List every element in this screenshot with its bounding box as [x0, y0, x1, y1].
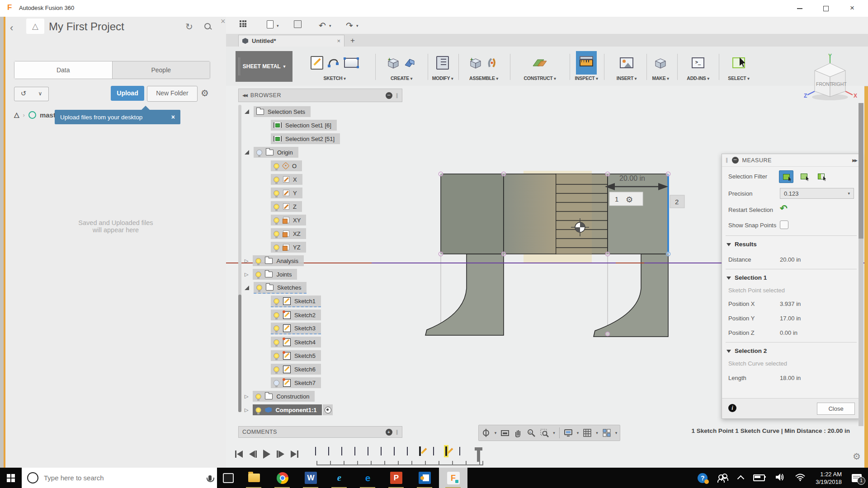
taskbar-app-powerpoint[interactable]: P — [382, 468, 410, 488]
orbit-icon[interactable] — [481, 428, 491, 437]
visibility-bulb-icon[interactable] — [274, 339, 279, 345]
view-cube[interactable]: Y Z X FRONT RIGHT — [804, 53, 858, 105]
timeline-feature-flange[interactable] — [354, 447, 364, 458]
tree-row[interactable]: Sketch2 — [271, 308, 321, 322]
panel-grip-icon[interactable]: ∥ — [396, 429, 399, 435]
tab-construct[interactable]: CONSTRUCT ▾ — [513, 75, 567, 81]
tab-insert[interactable]: INSERT ▾ — [609, 75, 645, 81]
filter-body-button[interactable] — [779, 170, 793, 183]
document-tab-close-icon[interactable]: × — [337, 38, 340, 44]
task-view-button[interactable] — [217, 468, 240, 488]
file-dropdown-caret[interactable]: ▾ — [277, 23, 279, 28]
taskbar-search[interactable] — [22, 468, 217, 488]
filter-component-button[interactable] — [814, 170, 828, 182]
selection-2-badge[interactable]: 2 — [670, 195, 684, 208]
taskbar-app-edge[interactable]: e — [354, 468, 382, 488]
collapse-dialog-icon[interactable]: – — [732, 157, 739, 164]
timeline-feature-flange[interactable] — [432, 447, 443, 458]
zoom-window-caret[interactable]: ▾ — [553, 431, 555, 435]
visibility-bulb-icon[interactable] — [274, 312, 279, 318]
history-button[interactable]: ↺ — [14, 87, 33, 101]
tree-row[interactable]: YZ — [271, 240, 306, 254]
tree-row[interactable]: ▷Construction — [245, 389, 315, 403]
visibility-bulb-icon[interactable] — [255, 407, 261, 413]
visibility-bulb-icon[interactable] — [274, 204, 279, 210]
create-sketch-icon[interactable] — [311, 56, 323, 70]
taskbar-app-file-explorer[interactable] — [240, 468, 268, 488]
tray-notification-icon[interactable]: 1 — [852, 474, 862, 482]
file-icon[interactable] — [267, 20, 274, 31]
tree-row[interactable]: Sketch7 — [271, 376, 321, 389]
visibility-bulb-icon[interactable] — [274, 298, 279, 304]
visibility-bulb-icon[interactable] — [255, 394, 261, 399]
timeline-feature-sketch-highlighted[interactable] — [445, 447, 456, 458]
minimize-panel-icon[interactable]: – — [386, 92, 392, 99]
visibility-bulb-icon[interactable] — [256, 285, 262, 291]
look-at-icon[interactable] — [500, 428, 509, 437]
modify-form-icon[interactable] — [436, 56, 449, 70]
new-component-icon[interactable]: + — [470, 57, 481, 69]
maximize-button[interactable] — [813, 0, 839, 16]
step-back-button[interactable] — [249, 450, 257, 458]
spline-icon[interactable] — [328, 57, 340, 68]
tree-row[interactable]: X — [271, 173, 302, 186]
tree-row[interactable]: Selection Set2 [51] — [271, 132, 340, 145]
tree-row[interactable]: Sketch5 — [271, 349, 321, 362]
tab-make[interactable]: MAKE ▾ — [646, 75, 675, 81]
zoom-window-icon[interactable] — [540, 428, 549, 437]
visibility-bulb-icon[interactable] — [255, 258, 261, 264]
model-right-leg[interactable] — [594, 254, 668, 337]
display-settings-icon[interactable] — [564, 428, 573, 437]
expand-dialog-icon[interactable]: ▶▶ — [852, 158, 857, 163]
close-button[interactable]: Close — [817, 403, 855, 415]
display-settings-caret[interactable]: ▾ — [577, 431, 579, 435]
visibility-bulb-icon[interactable] — [274, 380, 279, 386]
model-left-block[interactable] — [441, 174, 504, 254]
grid-snap-icon[interactable] — [583, 428, 592, 437]
info-icon[interactable]: i — [728, 404, 736, 412]
visibility-bulb-icon[interactable] — [274, 163, 279, 169]
precision-select[interactable]: 0.123 ▾ — [780, 188, 854, 199]
history-dropdown[interactable]: ∨ — [32, 87, 49, 101]
timeline-feature-sketch[interactable] — [419, 447, 430, 458]
tab-people[interactable]: People — [113, 61, 210, 79]
redo-dropdown-caret[interactable]: ▾ — [356, 23, 359, 28]
browser-scrollbar-thumb[interactable] — [238, 295, 241, 412]
tree-row[interactable]: Selection Sets — [245, 105, 311, 118]
expander-open-icon[interactable] — [245, 150, 249, 155]
tree-row[interactable]: O — [271, 159, 302, 173]
tab-data[interactable]: Data — [14, 61, 113, 79]
restart-selection-icon[interactable]: ↶ — [780, 203, 788, 214]
close-button[interactable]: × — [839, 0, 865, 16]
orbit-caret[interactable]: ▾ — [495, 431, 497, 435]
timeline-feature-flange[interactable] — [327, 447, 338, 458]
workspace-selector[interactable]: SHEET METAL ▾ — [236, 51, 292, 82]
new-document-tab-button[interactable]: + — [350, 36, 355, 45]
search-icon[interactable] — [204, 23, 211, 29]
tree-row[interactable]: ▷Joints — [245, 267, 297, 281]
tray-wifi-icon[interactable] — [795, 473, 806, 483]
panel-grip-icon[interactable]: ∥ — [396, 93, 399, 99]
timeline-feature-flange[interactable] — [406, 447, 417, 458]
tree-row[interactable]: XZ — [271, 227, 306, 240]
tree-row[interactable]: ▷Component1:1 — [245, 403, 333, 417]
tab-assemble[interactable]: ASSEMBLE ▾ — [461, 75, 506, 81]
redo-icon[interactable]: ↷ — [346, 20, 353, 31]
taskbar-app-word[interactable]: W — [297, 468, 325, 488]
timeline-track[interactable] — [314, 447, 495, 466]
timeline-feature-flange[interactable] — [340, 447, 351, 458]
results-section-header[interactable]: Results — [726, 241, 757, 248]
tree-row[interactable]: Z — [271, 200, 302, 213]
tab-sketch[interactable]: SKETCH ▾ — [298, 75, 371, 81]
panel-grip-icon[interactable]: ∥ — [726, 157, 728, 163]
tree-row[interactable]: Sketch3 — [271, 322, 321, 335]
expander-open-icon[interactable] — [245, 109, 249, 114]
zoom-icon[interactable]: ± — [527, 428, 536, 437]
tray-help-icon[interactable]: ? — [698, 473, 708, 483]
timeline-feature-flange[interactable] — [314, 447, 325, 458]
visibility-bulb-icon[interactable] — [274, 217, 279, 223]
rectangle-icon[interactable] — [344, 58, 359, 68]
tree-row[interactable]: Selection Set1 [6] — [271, 118, 337, 132]
tree-row[interactable]: Y — [271, 186, 302, 200]
taskbar-app-internet-explorer[interactable]: e — [325, 468, 354, 488]
